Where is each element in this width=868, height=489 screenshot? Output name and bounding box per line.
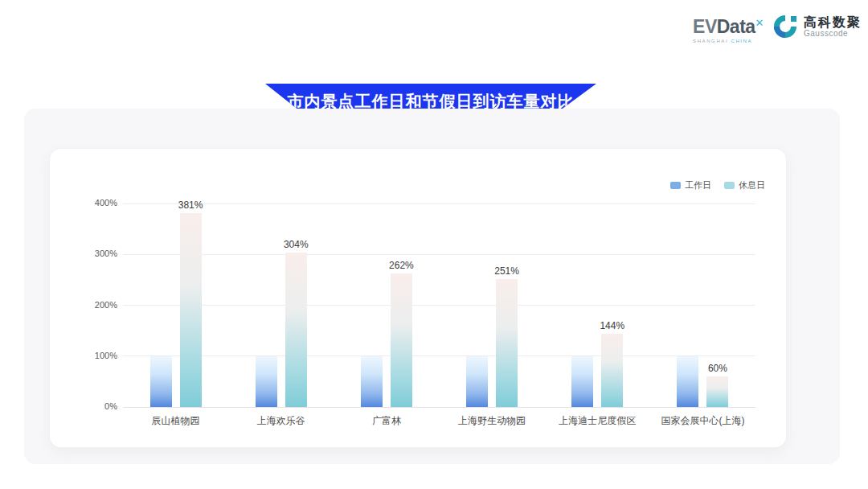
x-category-label: 广富林 [334, 414, 439, 428]
bar-工作日-辰山植物园 [150, 356, 172, 407]
gridline-100% [123, 355, 755, 356]
gridline-200% [123, 305, 755, 306]
legend-label: 休息日 [739, 179, 765, 191]
bar-工作日-广富林 [361, 356, 383, 407]
y-tick-label: 100% [50, 351, 117, 360]
y-tick-label: 400% [50, 198, 117, 208]
x-category-label: 上海迪士尼度假区 [545, 414, 650, 428]
x-category-label: 上海野生动物园 [440, 414, 545, 428]
bar-休息日-广富林 [391, 273, 412, 407]
gausscode-logo: 高科数聚 Gausscode [772, 13, 862, 40]
bar-休息日-国家会展中心(上海) [706, 376, 728, 407]
bar-value-label: 251% [481, 265, 533, 277]
legend-swatch [724, 182, 735, 189]
bar-工作日-上海欢乐谷 [256, 356, 277, 407]
bar-chart: 工作日休息日 0%100%200%300%400%381%辰山植物园304%上海… [50, 149, 786, 447]
bar-value-label: 381% [165, 199, 216, 211]
legend-swatch [670, 182, 681, 189]
bar-value-label: 304% [270, 239, 321, 250]
bar-工作日-上海迪士尼度假区 [571, 356, 593, 407]
bar-工作日-上海野生动物园 [466, 356, 488, 407]
gausscode-g-icon [772, 13, 799, 40]
bar-value-label: 60% [692, 363, 743, 374]
evdata-wordmark: EVData✕ [693, 18, 764, 36]
legend-label: 工作日 [685, 179, 711, 191]
gridline-400% [123, 203, 755, 204]
header-logos: EVData✕ SHANGHAI CHINA 高科数聚 Gausscode [693, 13, 862, 43]
bar-value-label: 144% [587, 320, 638, 331]
x-category-label: 辰山植物园 [123, 414, 228, 428]
evdata-logo: EVData✕ SHANGHAI CHINA [693, 13, 764, 43]
chart-card: 工作日休息日 0%100%200%300%400%381%辰山植物园304%上海… [50, 149, 786, 447]
legend-item-工作日[interactable]: 工作日 [670, 179, 711, 191]
evdata-x-mark: ✕ [755, 17, 764, 29]
gridline-300% [123, 254, 755, 255]
y-tick-label: 300% [50, 249, 117, 258]
bar-休息日-上海野生动物园 [496, 279, 518, 407]
gridline-0% [123, 407, 755, 408]
bar-休息日-上海迪士尼度假区 [601, 334, 623, 407]
bar-休息日-上海欢乐谷 [285, 253, 307, 407]
x-category-label: 上海欢乐谷 [228, 414, 334, 428]
bar-value-label: 262% [375, 260, 427, 271]
evdata-subtext: SHANGHAI CHINA [693, 39, 752, 43]
gausscode-name-cn: 高科数聚 [804, 15, 862, 30]
gausscode-name-en: Gausscode [804, 29, 862, 38]
y-tick-label: 200% [50, 300, 117, 310]
chart-legend: 工作日休息日 [670, 179, 765, 191]
x-category-label: 国家会展中心(上海) [650, 414, 755, 428]
legend-item-休息日[interactable]: 休息日 [724, 179, 765, 191]
bar-休息日-辰山植物园 [180, 213, 202, 407]
y-tick-label: 0% [50, 401, 117, 411]
